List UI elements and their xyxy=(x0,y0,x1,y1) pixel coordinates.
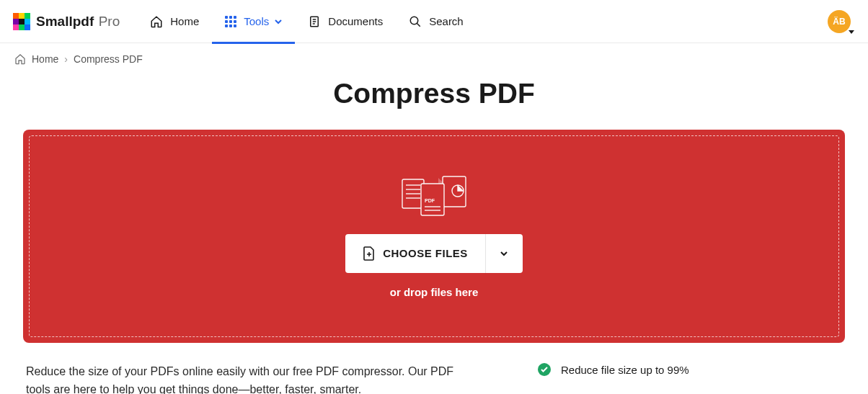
brand-text: Smallpdf Pro xyxy=(36,14,120,30)
benefits-list: Reduce file size up to 99% xyxy=(538,363,689,394)
svg-line-5 xyxy=(417,23,420,27)
nav-home-label: Home xyxy=(170,15,199,27)
home-icon xyxy=(150,15,163,28)
nav-search-label: Search xyxy=(429,15,464,27)
nav-documents[interactable]: Documents xyxy=(295,0,396,43)
benefit-label: Reduce file size up to 99% xyxy=(561,364,689,376)
avatar-initials: ÄB xyxy=(833,17,845,27)
nav-documents-label: Documents xyxy=(328,15,383,27)
nav-tools-label: Tools xyxy=(244,15,269,27)
svg-text:PDF: PDF xyxy=(425,198,435,203)
chevron-down-icon xyxy=(499,249,509,259)
search-icon xyxy=(409,15,422,28)
svg-point-4 xyxy=(410,17,418,24)
dropzone-inner: PDF CHOOSE FILES or drop files here xyxy=(29,135,839,337)
brand-tier: Pro xyxy=(99,14,120,29)
svg-rect-11 xyxy=(443,176,466,207)
breadcrumb: Home › Compress PDF xyxy=(0,43,868,75)
nav-tools[interactable]: Tools xyxy=(212,0,295,43)
dropzone-subtext: or drop files here xyxy=(390,286,479,298)
choose-files-label: CHOOSE FILES xyxy=(383,247,468,259)
choose-files-group: CHOOSE FILES xyxy=(345,234,523,273)
apps-icon xyxy=(225,16,236,27)
file-add-icon xyxy=(363,246,376,261)
description-text: Reduce the size of your PDFs online easi… xyxy=(26,363,480,394)
avatar-caret-icon xyxy=(849,30,854,34)
dropzone[interactable]: PDF CHOOSE FILES or drop files here xyxy=(23,130,845,343)
breadcrumb-separator: › xyxy=(64,53,68,65)
header: Smallpdf Pro Home Tools Documents Search… xyxy=(0,0,868,43)
choose-files-button[interactable]: CHOOSE FILES xyxy=(345,234,485,273)
page-title: Compress PDF xyxy=(0,78,868,109)
benefit-item: Reduce file size up to 99% xyxy=(538,363,689,376)
nav-home[interactable]: Home xyxy=(137,0,212,43)
breadcrumb-home-icon xyxy=(14,53,26,65)
logo[interactable]: Smallpdf Pro xyxy=(13,13,120,30)
description-row: Reduce the size of your PDFs online easi… xyxy=(23,343,845,394)
brand-name: Smallpdf xyxy=(36,14,94,29)
choose-files-dropdown[interactable] xyxy=(485,234,523,273)
nav-search[interactable]: Search xyxy=(396,0,477,43)
files-icon: PDF xyxy=(398,175,470,221)
breadcrumb-home[interactable]: Home xyxy=(32,53,58,65)
logo-icon xyxy=(13,13,30,30)
avatar[interactable]: ÄB xyxy=(828,10,851,33)
check-circle-icon xyxy=(538,363,551,376)
documents-icon xyxy=(308,15,321,28)
breadcrumb-current: Compress PDF xyxy=(74,53,143,65)
caret-down-icon xyxy=(275,18,282,25)
